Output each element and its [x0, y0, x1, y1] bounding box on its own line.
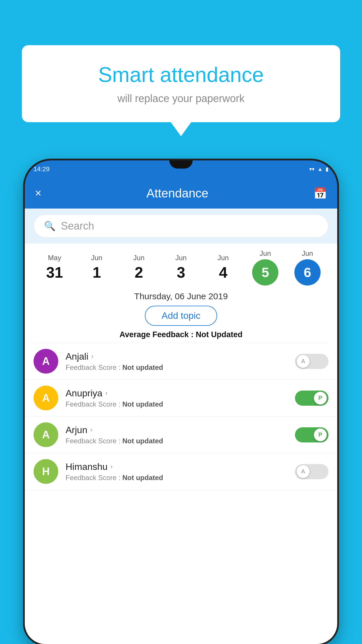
- speech-bubble: Smart attendance will replace your paper…: [22, 45, 340, 122]
- date-day: 6: [294, 259, 321, 286]
- feedback-value: Not updated: [122, 400, 163, 408]
- attendance-toggle[interactable]: P: [295, 427, 328, 442]
- toggle-wrap: A: [295, 464, 328, 479]
- avg-feedback-prefix: Average Feedback :: [120, 330, 196, 339]
- date-month: Jun: [302, 249, 313, 258]
- selected-date-label: Thursday, 06 June 2019: [25, 291, 337, 301]
- speech-bubble-container: Smart attendance will replace your paper…: [22, 45, 340, 122]
- date-col-4[interactable]: Jun4: [202, 254, 244, 281]
- student-info: Anjali ›Feedback Score : Not updated: [66, 351, 288, 372]
- status-time: 14:29: [34, 165, 50, 173]
- search-bar[interactable]: 🔍 Search: [34, 214, 328, 238]
- toggle-thumb: P: [314, 428, 327, 441]
- student-name: Anupriya ›: [66, 388, 288, 399]
- date-month: Jun: [260, 249, 271, 258]
- student-name: Anjali ›: [66, 351, 288, 362]
- avg-feedback-value: Not Updated: [196, 330, 242, 339]
- toggle-thumb: A: [297, 465, 310, 478]
- chevron-icon: ›: [105, 389, 107, 397]
- student-feedback: Feedback Score : Not updated: [66, 474, 288, 482]
- calendar-icon[interactable]: 📅: [313, 187, 327, 200]
- attendance-toggle[interactable]: P: [295, 391, 328, 406]
- toggle-thumb: A: [297, 355, 310, 368]
- date-col-6[interactable]: Jun6: [286, 249, 328, 286]
- feedback-value: Not updated: [122, 474, 163, 482]
- toggle-wrap: P: [295, 391, 328, 406]
- chevron-icon: ›: [91, 353, 93, 360]
- student-item-0[interactable]: AAnjali ›Feedback Score : Not updatedA: [25, 343, 337, 380]
- app-bar: × Attendance 📅: [25, 178, 337, 209]
- student-name: Arjun ›: [66, 425, 288, 435]
- date-col-3[interactable]: Jun3: [160, 254, 202, 281]
- battery-icon: ▮: [326, 166, 328, 172]
- date-strip: May31Jun1Jun2Jun3Jun4Jun5Jun6: [25, 244, 337, 286]
- bubble-title: Smart attendance: [45, 63, 317, 87]
- chevron-icon: ›: [90, 426, 92, 434]
- date-month: Jun: [175, 254, 187, 262]
- student-info: Himanshu ›Feedback Score : Not updated: [66, 461, 288, 482]
- add-topic-button[interactable]: Add topic: [145, 306, 217, 326]
- toggle-wrap: A: [295, 354, 328, 369]
- date-col-1[interactable]: Jun1: [76, 254, 118, 281]
- feedback-value: Not updated: [122, 437, 163, 445]
- signal-icon: ▲: [317, 166, 323, 172]
- date-month: May: [48, 254, 61, 262]
- date-day: 1: [92, 264, 101, 281]
- attendance-toggle[interactable]: A: [295, 354, 328, 369]
- student-item-1[interactable]: AAnupriya ›Feedback Score : Not updatedP: [25, 380, 337, 416]
- date-month: Jun: [91, 254, 103, 262]
- phone-screen: 🔍 Search May31Jun1Jun2Jun3Jun4Jun5Jun6 T…: [25, 209, 337, 644]
- avatar: A: [34, 386, 58, 410]
- status-icons: ▾▾ ▲ ▮: [309, 166, 328, 172]
- phone-frame: 14:29 ▾▾ ▲ ▮ × Attendance 📅 🔍 Search May…: [25, 160, 337, 644]
- attendance-toggle[interactable]: A: [295, 464, 328, 479]
- toggle-wrap: P: [295, 427, 328, 442]
- date-month: Jun: [217, 254, 229, 262]
- date-day: 2: [135, 264, 143, 281]
- feedback-value: Not updated: [122, 363, 163, 371]
- student-feedback: Feedback Score : Not updated: [66, 400, 288, 408]
- student-info: Arjun ›Feedback Score : Not updated: [66, 425, 288, 445]
- search-icon: 🔍: [44, 220, 56, 232]
- date-col-2[interactable]: Jun2: [118, 254, 160, 281]
- student-info: Anupriya ›Feedback Score : Not updated: [66, 388, 288, 408]
- avatar: A: [34, 422, 58, 447]
- student-item-3[interactable]: HHimanshu ›Feedback Score : Not updatedA: [25, 453, 337, 490]
- notch: [169, 160, 193, 169]
- date-day: 5: [252, 259, 278, 286]
- close-button[interactable]: ×: [35, 187, 41, 200]
- search-placeholder: Search: [61, 220, 94, 232]
- date-day: 31: [46, 264, 63, 281]
- student-feedback: Feedback Score : Not updated: [66, 437, 288, 445]
- date-month: Jun: [133, 254, 145, 262]
- avatar: A: [34, 349, 58, 374]
- wifi-icon: ▾▾: [309, 166, 314, 172]
- student-feedback: Feedback Score : Not updated: [66, 363, 288, 372]
- date-col-0[interactable]: May31: [34, 254, 76, 281]
- student-item-2[interactable]: AArjun ›Feedback Score : Not updatedP: [25, 416, 337, 453]
- student-list: AAnjali ›Feedback Score : Not updatedAAA…: [25, 343, 337, 490]
- avatar: H: [34, 459, 58, 484]
- bubble-subtitle: will replace your paperwork: [45, 92, 317, 105]
- chevron-icon: ›: [110, 463, 113, 470]
- date-day: 4: [219, 264, 227, 281]
- status-bar: 14:29 ▾▾ ▲ ▮: [25, 160, 337, 178]
- student-name: Himanshu ›: [66, 461, 288, 472]
- date-col-5[interactable]: Jun5: [244, 249, 287, 286]
- avg-feedback: Average Feedback : Not Updated: [25, 330, 337, 339]
- toggle-thumb: P: [314, 392, 327, 405]
- search-container: 🔍 Search: [25, 209, 337, 244]
- app-bar-title: Attendance: [146, 186, 208, 200]
- date-day: 3: [177, 264, 185, 281]
